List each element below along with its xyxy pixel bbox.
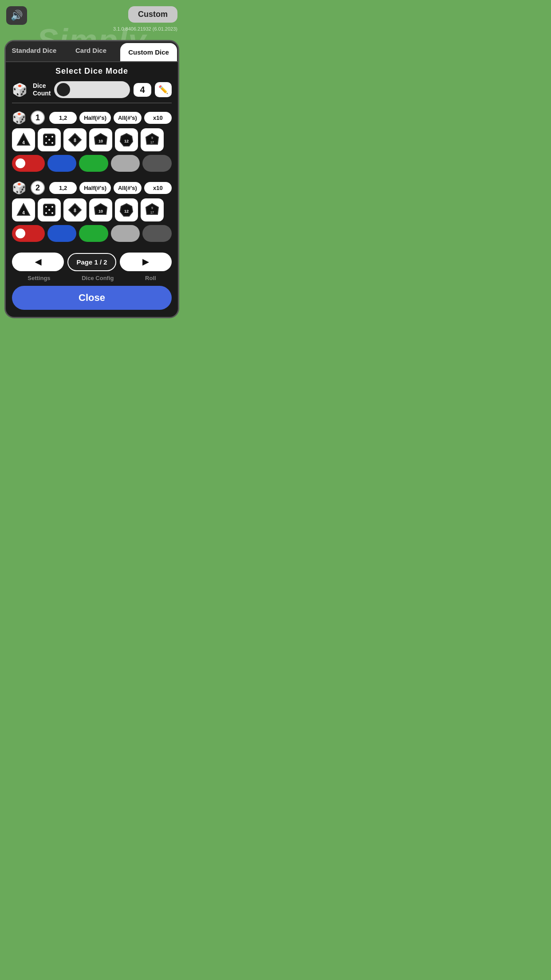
bottom-tabs: Settings Dice Config Roll xyxy=(6,273,178,281)
sound-icon: 🔊 xyxy=(11,10,23,21)
dice-2-type-half[interactable]: Half(#'s) xyxy=(79,182,111,194)
dice-2-type-x10[interactable]: x10 xyxy=(144,182,172,194)
svg-text:4: 4 xyxy=(22,210,25,215)
modal-dialog: Standard Dice Card Dice Custom Dice Sele… xyxy=(4,40,179,318)
dice-1-shapes-row: 4 8 10 xyxy=(12,128,172,151)
select-dice-mode-label: Select Dice Mode xyxy=(6,62,178,79)
svg-point-7 xyxy=(45,142,47,144)
d8-icon: 8 xyxy=(68,133,82,147)
svg-point-6 xyxy=(51,136,53,138)
dice-section-2: 🎲 2 1,2 Half(#'s) All(#'s) x10 xyxy=(6,178,178,248)
svg-text:17: 17 xyxy=(150,211,154,214)
tab-standard-dice[interactable]: Standard Dice xyxy=(6,41,63,61)
svg-text:9: 9 xyxy=(151,206,153,209)
dice-2-shape-d6[interactable] xyxy=(38,198,61,221)
dice-section-2-icon: 🎲 xyxy=(12,181,26,195)
prev-page-button[interactable]: ◀ xyxy=(12,253,64,271)
dice-1-color-gray[interactable] xyxy=(111,155,140,172)
svg-text:17: 17 xyxy=(150,141,154,144)
version-text: 3.1.0.8406.21932 (6.01.2023) xyxy=(113,26,177,32)
dice-1-shape-d8[interactable]: 8 xyxy=(63,128,87,151)
d12-icon: 12 xyxy=(119,133,134,147)
d20-icon-2: 9 17 xyxy=(145,203,159,217)
color-toggle-dot-1 xyxy=(16,158,25,168)
dice-2-color-darkgray[interactable] xyxy=(142,225,172,242)
page-indicator: Page 1 / 2 xyxy=(67,253,116,271)
next-page-button[interactable]: ▶ xyxy=(120,253,172,271)
dice-section-1-icon: 🎲 xyxy=(12,111,26,125)
dice-1-type-half[interactable]: Half(#'s) xyxy=(79,112,111,124)
svg-point-5 xyxy=(51,142,53,144)
dice-2-color-blue[interactable] xyxy=(47,225,77,242)
dice-2-shape-d4[interactable]: 4 xyxy=(12,198,35,221)
svg-text:9: 9 xyxy=(151,136,153,139)
d12-icon-2: 12 xyxy=(119,203,134,217)
d8-icon-2: 8 xyxy=(68,203,82,217)
dice-2-shape-d8[interactable]: 8 xyxy=(63,198,87,221)
dice-section-1: 🎲 1 1,2 Half(#'s) All(#'s) x10 xyxy=(6,108,178,178)
svg-text:12: 12 xyxy=(124,209,129,213)
svg-point-3 xyxy=(45,136,47,138)
pagination-row: ◀ Page 1 / 2 ▶ xyxy=(6,248,178,273)
dice-2-color-red[interactable] xyxy=(12,225,45,242)
dice-1-shape-d6[interactable] xyxy=(38,128,61,151)
dice-1-shape-d10[interactable]: 10 xyxy=(89,128,112,151)
close-button[interactable]: Close xyxy=(12,286,172,310)
dice-1-color-green[interactable] xyxy=(79,155,108,172)
dice-2-type-all[interactable]: All(#'s) xyxy=(114,182,142,194)
dice-count-value: 4 xyxy=(134,83,151,97)
dice-count-edit-button[interactable]: ✏️ xyxy=(155,82,172,97)
settings-tab[interactable]: Settings xyxy=(28,275,50,281)
dice-count-row: 🎲 DiceCount 4 ✏️ xyxy=(6,79,178,103)
d10-icon: 10 xyxy=(94,133,108,147)
color-toggle-dot-2 xyxy=(16,229,25,238)
dice-1-shape-d4[interactable]: 4 xyxy=(12,128,35,151)
svg-text:12: 12 xyxy=(124,139,129,143)
dice-1-color-darkgray[interactable] xyxy=(142,155,172,172)
roll-tab[interactable]: Roll xyxy=(145,275,156,281)
d6-icon xyxy=(42,133,56,147)
d6-icon-2 xyxy=(42,203,56,217)
dice-config-tab[interactable]: Dice Config xyxy=(82,275,114,281)
edit-icon: ✏️ xyxy=(158,85,168,95)
dice-count-icon: 🎲 xyxy=(12,83,28,97)
dice-1-type-12[interactable]: 1,2 xyxy=(49,112,77,124)
dice-2-shape-d10[interactable]: 10 xyxy=(89,198,112,221)
dice-1-type-buttons: 1,2 Half(#'s) All(#'s) x10 xyxy=(49,112,172,124)
dice-1-shape-d20[interactable]: 9 17 xyxy=(141,128,164,151)
dice-1-shape-d12[interactable]: 12 xyxy=(115,128,138,151)
dice-1-color-red[interactable] xyxy=(12,155,45,172)
svg-point-23 xyxy=(51,206,53,208)
dice-2-badge: 2 xyxy=(31,181,45,195)
dice-count-slider[interactable] xyxy=(54,81,130,98)
slider-thumb xyxy=(57,83,70,96)
dice-2-type-buttons: 1,2 Half(#'s) All(#'s) x10 xyxy=(49,182,172,194)
dice-2-color-green[interactable] xyxy=(79,225,108,242)
custom-mode-button[interactable]: Custom xyxy=(128,6,177,23)
svg-point-21 xyxy=(48,209,50,211)
dice-2-shape-d20[interactable]: 9 17 xyxy=(141,198,164,221)
dice-2-color-row xyxy=(12,225,172,242)
dice-1-type-x10[interactable]: x10 xyxy=(144,112,172,124)
svg-point-20 xyxy=(45,206,47,208)
svg-text:4: 4 xyxy=(22,140,25,145)
sound-button[interactable]: 🔊 xyxy=(6,6,27,25)
dice-1-color-row xyxy=(12,155,172,172)
tab-custom-dice[interactable]: Custom Dice xyxy=(120,43,177,61)
dice-1-color-blue[interactable] xyxy=(47,155,77,172)
dice-count-label: DiceCount xyxy=(33,82,51,97)
tab-card-dice[interactable]: Card Dice xyxy=(63,41,119,61)
svg-point-4 xyxy=(48,139,50,141)
d4-icon-2: 4 xyxy=(16,203,31,217)
d10-icon-2: 10 xyxy=(94,203,108,217)
dice-2-shape-d12[interactable]: 12 xyxy=(115,198,138,221)
dice-2-type-12[interactable]: 1,2 xyxy=(49,182,77,194)
dice-2-shapes-row: 4 8 10 xyxy=(12,198,172,221)
custom-mode-label: Custom xyxy=(138,10,168,19)
dice-1-type-all[interactable]: All(#'s) xyxy=(114,112,142,124)
dice-section-1-header: 🎲 1 1,2 Half(#'s) All(#'s) x10 xyxy=(12,111,172,125)
tab-bar: Standard Dice Card Dice Custom Dice xyxy=(6,41,178,62)
d20-icon: 9 17 xyxy=(145,133,159,147)
dice-2-color-gray[interactable] xyxy=(111,225,140,242)
divider-1 xyxy=(12,103,172,103)
